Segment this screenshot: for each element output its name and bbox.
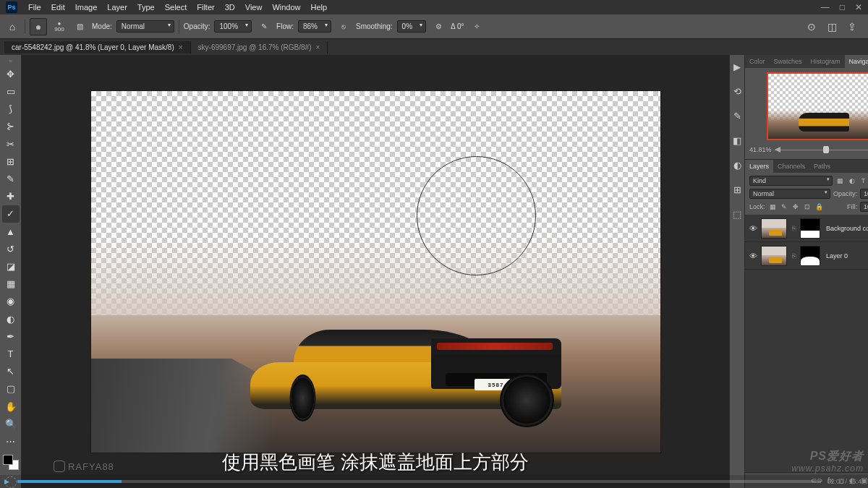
navigator-thumb[interactable] — [767, 72, 868, 140]
layer-name[interactable]: Background copy — [826, 225, 868, 232]
menu-type[interactable]: Type — [132, 3, 160, 12]
blur-tool[interactable]: ◉ — [2, 293, 20, 309]
edit-toolbar[interactable]: ⋯ — [2, 433, 20, 450]
brush-tool[interactable]: ✓ — [2, 205, 20, 222]
layer-thumb[interactable] — [761, 246, 787, 266]
tab-layers[interactable]: Layers — [745, 160, 773, 173]
menu-layer[interactable]: Layer — [102, 3, 132, 12]
lasso-tool[interactable]: ⟆ — [2, 100, 20, 117]
flow-dropdown[interactable]: 86% — [298, 20, 331, 33]
filter-pixel-icon[interactable]: ▦ — [835, 176, 845, 186]
blend-mode[interactable]: Normal — [749, 189, 830, 199]
lock-all-icon[interactable]: 🔒 — [814, 202, 824, 212]
gradient-tool[interactable]: ▦ — [2, 275, 20, 292]
stamp-tool[interactable]: ▲ — [2, 223, 20, 240]
layer-opacity[interactable]: 100% — [860, 189, 868, 199]
search-icon[interactable]: ⊙ — [804, 20, 819, 34]
eyedropper-tool[interactable]: ✎ — [2, 171, 20, 187]
filter-kind[interactable]: Kind — [749, 176, 833, 186]
menu-select[interactable]: Select — [160, 3, 192, 12]
layer-thumb[interactable] — [761, 218, 787, 239]
airbrush-icon[interactable]: ⎋ — [336, 19, 352, 35]
visibility-icon[interactable]: 👁 — [748, 252, 758, 260]
video-track[interactable] — [17, 480, 821, 483]
zoom-value[interactable]: 41.81% — [749, 146, 772, 153]
home-icon[interactable]: ⌂ — [4, 19, 20, 35]
brushes-icon[interactable]: ✎ — [730, 108, 744, 123]
layer-item[interactable]: 👁 ⎘ Background copy — [745, 215, 868, 242]
window-maximize[interactable]: □ — [840, 2, 845, 12]
color-swatches[interactable] — [3, 455, 19, 470]
visibility-icon[interactable]: 👁 — [748, 224, 758, 233]
history-icon[interactable]: ⟲ — [730, 84, 744, 98]
tab-histogram[interactable]: Histogram — [807, 55, 845, 68]
type-tool[interactable]: T — [2, 346, 20, 362]
quick-select-tool[interactable]: ⊱ — [2, 118, 20, 134]
close-icon[interactable]: × — [315, 43, 320, 51]
panel-icon[interactable]: ▶ — [730, 59, 744, 74]
tab-navigator[interactable]: Navigator — [845, 55, 868, 68]
frame-tool[interactable]: ⊞ — [2, 153, 20, 170]
tab-color[interactable]: Color — [745, 55, 770, 68]
tab-swatches[interactable]: Swatches — [770, 55, 807, 68]
menu-window[interactable]: Window — [267, 3, 305, 12]
filter-adjust-icon[interactable]: ◐ — [847, 176, 856, 186]
opacity-pressure-icon[interactable]: ✎ — [256, 19, 272, 35]
menu-image[interactable]: Image — [70, 3, 103, 12]
canvas[interactable]: 3587 — [91, 91, 660, 453]
tab-paths[interactable]: Paths — [809, 160, 835, 173]
menu-help[interactable]: Help — [306, 3, 333, 12]
marquee-tool[interactable]: ▭ — [2, 83, 20, 100]
tool-preset-picker[interactable] — [30, 18, 47, 35]
adjustments-icon[interactable]: ◐ — [730, 158, 744, 172]
layer-item[interactable]: 👁 ⎘ Layer 0 — [745, 242, 868, 270]
close-icon[interactable]: × — [179, 43, 183, 51]
healing-tool[interactable]: ✚ — [2, 188, 20, 205]
path-select-tool[interactable]: ↖ — [2, 363, 20, 380]
symmetry-icon[interactable]: ✧ — [469, 19, 485, 35]
styles-icon[interactable]: ⊞ — [730, 182, 744, 197]
menu-edit[interactable]: Edit — [46, 3, 70, 12]
smoothing-dropdown[interactable]: 0% — [397, 20, 426, 33]
lock-artboard-icon[interactable]: ⊡ — [803, 202, 812, 212]
window-close[interactable]: ✕ — [855, 2, 862, 12]
menu-3d[interactable]: 3D — [220, 3, 240, 12]
shape-tool[interactable]: ▢ — [2, 380, 20, 397]
filter-type-icon[interactable]: T — [859, 176, 868, 186]
menu-view[interactable]: View — [240, 3, 268, 12]
mode-dropdown[interactable]: Normal — [116, 20, 174, 33]
brush-preset-picker[interactable]: ●900 — [51, 19, 67, 35]
layer-mask[interactable] — [800, 246, 820, 266]
collapse-icon[interactable]: » — [9, 58, 12, 65]
lock-position-icon[interactable]: ✥ — [791, 202, 801, 212]
lock-transparent-icon[interactable]: ▦ — [768, 202, 778, 212]
share-icon[interactable]: ⇪ — [845, 20, 859, 34]
cloud-icon[interactable]: ◫ — [825, 20, 839, 34]
crop-tool[interactable]: ✂ — [2, 135, 20, 152]
eraser-tool[interactable]: ◪ — [2, 258, 20, 275]
dodge-tool[interactable]: ◐ — [2, 311, 20, 328]
history-brush-tool[interactable]: ↺ — [2, 241, 20, 257]
hand-tool[interactable]: ✋ — [2, 398, 20, 415]
layer-fill[interactable]: 100% — [860, 202, 868, 212]
opacity-dropdown[interactable]: 100% — [214, 20, 252, 33]
smoothing-options-icon[interactable]: ⚙ — [430, 19, 446, 35]
zoom-slider[interactable] — [775, 145, 868, 155]
play-icon[interactable]: ▶ — [1, 476, 12, 487]
menu-filter[interactable]: Filter — [192, 3, 219, 12]
zoom-tool[interactable]: 🔍 — [2, 416, 20, 432]
libraries-icon[interactable]: ⬚ — [730, 207, 744, 221]
window-minimize[interactable]: — — [821, 2, 830, 12]
layer-mask[interactable] — [800, 218, 820, 239]
tab-active[interactable]: car-5548242.jpg @ 41.8% (Layer 0, Layer … — [4, 41, 191, 53]
mode-label: Mode: — [92, 22, 112, 30]
lock-paint-icon[interactable]: ✎ — [780, 202, 789, 212]
tab-channels[interactable]: Channels — [773, 160, 809, 173]
menu-file[interactable]: File — [23, 3, 46, 12]
layer-name[interactable]: Layer 0 — [826, 252, 848, 260]
properties-icon[interactable]: ◧ — [730, 133, 744, 147]
pen-tool[interactable]: ✒ — [2, 328, 20, 345]
move-tool[interactable]: ✥ — [2, 66, 20, 82]
tab-inactive[interactable]: sky-699697.jpg @ 16.7% (RGB/8#)× — [191, 41, 328, 53]
brush-settings-icon[interactable]: ▨ — [72, 19, 88, 35]
